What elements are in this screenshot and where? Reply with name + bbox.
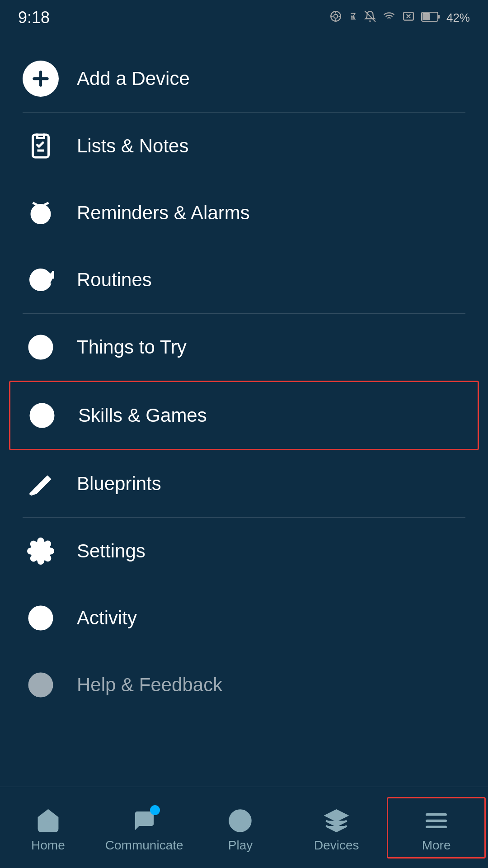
menu-item-skills-games[interactable]: Skills & Games [9, 381, 479, 450]
communicate-badge [150, 805, 160, 815]
things-to-try-label: Things to Try [77, 336, 187, 358]
menu-item-settings[interactable]: Settings [0, 518, 488, 585]
notification-muted-icon [364, 10, 376, 25]
nav-item-play[interactable]: Play [192, 798, 289, 857]
svg-line-19 [33, 203, 38, 205]
communicate-icon-wrapper [131, 807, 158, 835]
svg-point-0 [334, 14, 338, 18]
more-nav-label: More [422, 838, 451, 853]
wifi-icon [382, 10, 396, 25]
help-icon [23, 667, 59, 703]
play-icon [227, 807, 254, 835]
home-icon [34, 807, 61, 835]
nav-item-more[interactable]: More [387, 797, 486, 859]
sim-icon [402, 10, 415, 25]
lists-notes-icon [23, 128, 59, 164]
battery-percentage: 42% [446, 11, 470, 25]
skills-games-icon [24, 397, 60, 434]
menu-item-reminders[interactable]: Reminders & Alarms [0, 179, 488, 246]
location-icon [330, 10, 342, 25]
things-to-try-icon [23, 329, 59, 365]
nav-item-home[interactable]: Home [0, 798, 96, 857]
routines-icon [23, 262, 59, 298]
settings-icon [23, 533, 59, 569]
add-device-label: Add a Device [77, 68, 190, 90]
menu-item-blueprints[interactable]: Blueprints [0, 450, 488, 517]
menu-item-things-to-try[interactable]: Things to Try [0, 314, 488, 381]
home-nav-label: Home [31, 838, 65, 853]
devices-icon [323, 807, 350, 835]
menu-item-lists-notes[interactable]: Lists & Notes [0, 113, 488, 179]
bluetooth-icon [348, 10, 358, 25]
activity-label: Activity [77, 607, 137, 629]
devices-nav-label: Devices [314, 838, 359, 853]
reminders-label: Reminders & Alarms [77, 202, 250, 224]
activity-icon [23, 600, 59, 636]
blueprints-label: Blueprints [77, 473, 161, 495]
menu-item-activity[interactable]: Activity [0, 585, 488, 651]
svg-rect-12 [422, 13, 430, 20]
bottom-nav: Home Communicate Play [0, 787, 488, 868]
menu-container: Add a Device Lists & Notes Reminders & A… [0, 32, 488, 718]
menu-item-routines[interactable]: Routines [0, 246, 488, 313]
blueprints-icon [23, 466, 59, 502]
lists-notes-label: Lists & Notes [77, 135, 188, 157]
settings-label: Settings [77, 540, 145, 562]
add-device-icon [23, 61, 59, 97]
communicate-nav-label: Communicate [105, 838, 183, 853]
skills-games-label: Skills & Games [78, 405, 207, 426]
svg-line-20 [44, 203, 49, 205]
more-icon [423, 807, 450, 835]
reminders-icon [23, 195, 59, 231]
nav-item-communicate[interactable]: Communicate [96, 798, 192, 857]
nav-item-devices[interactable]: Devices [288, 798, 385, 857]
svg-rect-13 [438, 15, 440, 19]
battery-icon [421, 11, 440, 25]
menu-item-add-device[interactable]: Add a Device [0, 45, 488, 112]
svg-line-27 [44, 481, 47, 483]
status-bar: 9:18 [0, 0, 488, 32]
status-icons: 42% [330, 10, 470, 25]
play-nav-label: Play [228, 838, 253, 853]
routines-label: Routines [77, 269, 152, 291]
status-time: 9:18 [18, 8, 50, 27]
help-label: Help & Feedback [77, 674, 222, 696]
menu-item-help[interactable]: Help & Feedback [0, 651, 488, 718]
svg-line-6 [365, 11, 375, 22]
